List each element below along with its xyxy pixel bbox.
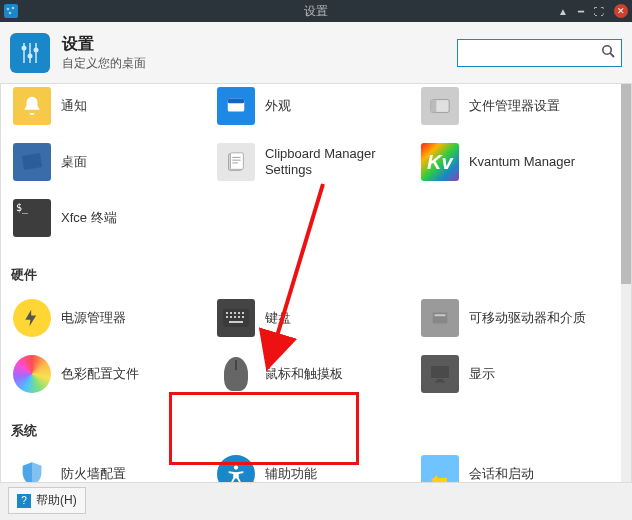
titlebar-up-icon[interactable]: ▲ [558,6,568,17]
svg-rect-37 [437,379,443,381]
svg-rect-24 [230,312,232,314]
item-removable-media[interactable]: 可移动驱动器和介质 [415,290,619,346]
keyboard-icon [217,299,255,337]
item-firewall[interactable]: 防火墙配置 [7,446,211,482]
item-file-manager-settings[interactable]: 文件管理器设置 [415,84,619,134]
search-box[interactable] [457,39,622,67]
settings-app-icon [10,33,50,73]
svg-point-8 [22,45,27,50]
close-icon[interactable]: ✕ [614,4,628,18]
item-label: Xfce 终端 [61,210,117,226]
svg-point-10 [34,47,39,52]
svg-point-2 [12,7,15,10]
terminal-icon: $_ [13,199,51,237]
page-title: 设置 [62,34,146,55]
minimize-icon[interactable]: ━ [578,6,584,17]
svg-rect-23 [226,312,228,314]
removable-media-icon [421,299,459,337]
item-power-manager[interactable]: 电源管理器 [7,290,211,346]
item-label: 会话和启动 [469,466,534,482]
item-label: 电源管理器 [61,310,126,326]
svg-rect-29 [230,316,232,318]
appearance-icon [217,87,255,125]
mouse-icon [217,355,255,393]
svg-rect-36 [431,366,449,378]
item-label: 辅助功能 [265,466,317,482]
item-xfce-terminal[interactable]: $_ Xfce 终端 [7,190,211,246]
svg-rect-32 [242,316,244,318]
item-kvantum-manager[interactable]: Kv Kvantum Manager [415,134,619,190]
item-session-startup[interactable]: 会话和启动 [415,446,619,482]
search-icon[interactable] [601,44,615,61]
item-label: 鼠标和触摸板 [265,366,343,382]
item-clipboard-manager[interactable]: Clipboard Manager Settings [211,134,415,190]
svg-rect-31 [238,316,240,318]
section-hardware-label: 硬件 [7,246,625,290]
shield-icon [13,455,51,482]
item-accessibility[interactable]: 辅助功能 [211,446,415,482]
search-input[interactable] [464,46,601,60]
item-label: 文件管理器设置 [469,98,560,114]
bell-icon [13,87,51,125]
item-desktop[interactable]: 桌面 [7,134,211,190]
session-icon [421,455,459,482]
item-label: 防火墙配置 [61,466,126,482]
svg-rect-27 [242,312,244,314]
file-manager-icon [421,87,459,125]
item-label: 桌面 [61,154,87,170]
svg-point-1 [7,8,10,11]
item-label: 通知 [61,98,87,114]
svg-rect-16 [431,100,437,113]
titlebar: 设置 ▲ ━ ⛶ ✕ [0,0,632,22]
maximize-icon[interactable]: ⛶ [594,6,604,17]
window-title: 设置 [304,3,328,20]
item-label: Clipboard Manager Settings [265,146,409,177]
svg-rect-30 [234,316,236,318]
clipboard-icon [217,143,255,181]
help-button[interactable]: ? 帮助(H) [8,487,86,514]
item-notifications[interactable]: 通知 [7,84,211,134]
section-system-label: 系统 [7,402,625,446]
kvantum-icon: Kv [421,143,459,181]
color-icon [13,355,51,393]
svg-point-9 [28,53,33,58]
svg-point-39 [234,465,238,469]
svg-rect-26 [238,312,240,314]
scrollbar-thumb[interactable] [621,84,631,284]
svg-rect-35 [434,314,445,316]
item-label: 键盘 [265,310,291,326]
settings-content: 通知 外观 文件管理器设置 桌面 Clipboard Manager Setti… [0,84,632,482]
svg-rect-28 [226,316,228,318]
item-keyboard[interactable]: 键盘 [211,290,415,346]
system-menu-icon[interactable] [4,4,18,18]
svg-rect-6 [29,43,31,63]
item-label: 显示 [469,366,495,382]
svg-rect-14 [228,99,245,104]
header: 设置 自定义您的桌面 [0,22,632,84]
svg-rect-34 [433,313,448,324]
svg-rect-38 [435,381,445,383]
desktop-icon [13,143,51,181]
svg-rect-18 [230,153,243,170]
help-label: 帮助(H) [36,492,77,509]
footer: ? 帮助(H) [0,482,632,518]
item-label: Kvantum Manager [469,154,575,170]
item-display[interactable]: 显示 [415,346,619,402]
svg-rect-25 [234,312,236,314]
svg-rect-0 [4,4,18,18]
item-label: 外观 [265,98,291,114]
item-color-profiles[interactable]: 色彩配置文件 [7,346,211,402]
accessibility-icon [217,455,255,482]
item-appearance[interactable]: 外观 [211,84,415,134]
svg-rect-33 [229,321,243,323]
item-label: 色彩配置文件 [61,366,139,382]
svg-point-3 [9,12,12,15]
display-icon [421,355,459,393]
page-subtitle: 自定义您的桌面 [62,55,146,72]
svg-rect-7 [35,43,37,63]
svg-point-11 [603,46,611,54]
help-icon: ? [17,494,31,508]
power-icon [13,299,51,337]
svg-line-12 [610,53,614,57]
item-mouse-touchpad[interactable]: 鼠标和触摸板 [211,346,415,402]
